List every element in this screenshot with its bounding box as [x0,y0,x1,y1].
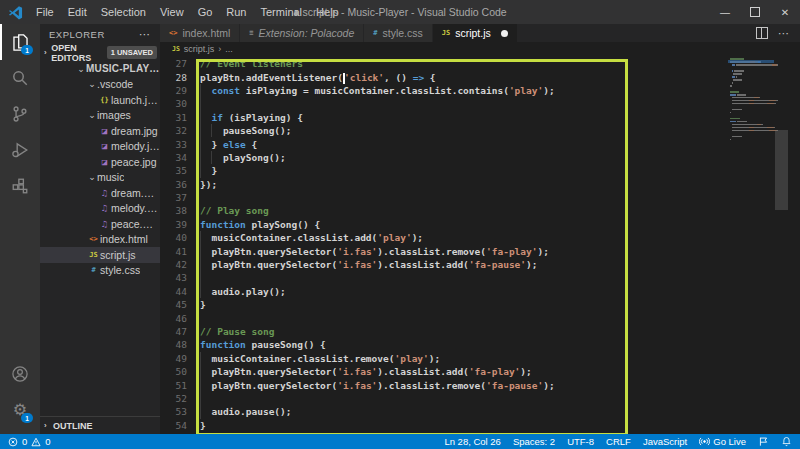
code-line-36[interactable]: 36}); [160,178,800,191]
code-token: playBtn.querySelector( [200,380,337,391]
css-file-icon: # [87,266,100,274]
minimap-line [730,91,772,93]
tree-item-script-js[interactable]: JSscript.js [40,247,160,263]
code-line-41[interactable]: 41 playBtn.querySelector('i.fas').classL… [160,244,800,257]
code-line-38[interactable]: 38// Play song [160,204,800,217]
activitybar-run-debug-button[interactable] [0,132,40,168]
feedback-button[interactable] [758,436,769,447]
code-line-27[interactable]: 27// Event listeners [160,57,800,70]
minimap[interactable] [730,58,772,142]
menu-view[interactable]: View [153,0,191,24]
tree-item-music[interactable]: ⌄music [40,170,160,186]
tree-item-style-css[interactable]: #style.css [40,263,160,279]
close-button[interactable]: ✕ [770,0,800,24]
breadcrumb[interactable]: JS script.js › ... [160,42,800,55]
code-line-54[interactable]: 54} [160,419,800,432]
activitybar-source-control-button[interactable] [0,96,40,132]
code-line-28[interactable]: 28playBtn.addEventListener('click', () =… [160,70,800,83]
tree-item-melody-mp3[interactable]: ♫melody.mp3 [40,201,160,217]
tab-extension-polacode[interactable]: ≡Extension: Polacode [240,24,364,42]
tree-item-index-html[interactable]: <>index.html [40,232,160,248]
code-line-43[interactable]: 43 [160,271,800,284]
tab-label: script.js [455,27,491,39]
error-icon [8,437,18,447]
open-editors-section[interactable]: › OPEN EDITORS 1 UNSAVED [40,44,160,61]
go-live-button[interactable]: Go Live [699,436,746,447]
menu-edit[interactable]: Edit [61,0,94,24]
code-line-35[interactable]: 35 } [160,164,800,177]
code-line-48[interactable]: 48function pauseSong() { [160,338,800,351]
code-token: , () [384,72,413,83]
code-line-53[interactable]: 53 audio.pause(); [160,405,800,418]
tree-item-launch-json[interactable]: {}launch.json [40,92,160,108]
code-line-33[interactable]: 33 } else { [160,137,800,150]
code-line-text: }); [200,178,217,191]
search-icon [11,69,29,87]
code-token: isPlaying = musicContainer.classList.con… [240,85,509,96]
html-file-icon: <> [169,29,177,37]
status-crlf[interactable]: CRLF [606,436,631,447]
code-line-40[interactable]: 40 musicContainer.classList.add('play'); [160,231,800,244]
tree-item-melody-jpg[interactable]: ◪melody.jpg [40,139,160,155]
outline-section[interactable]: › OUTLINE [40,416,160,434]
tree-item-peace-jpg[interactable]: ◪peace.jpg [40,154,160,170]
split-editor-icon[interactable] [756,27,768,39]
activitybar-extensions-button[interactable] [0,168,40,204]
tree-item-peace-mp3[interactable]: ♫peace.mp3 [40,216,160,232]
code-line-text: pauseSong(); [200,124,292,137]
status-utf-8[interactable]: UTF-8 [567,436,594,447]
code-editor[interactable]: 27// Event listeners28playBtn.addEventLi… [160,55,800,434]
breadcrumb-file[interactable]: script.js [184,44,215,54]
tab-script-js[interactable]: JSscript.js [433,24,518,42]
code-line-31[interactable]: 31 if (isPlaying) { [160,111,800,124]
menu-selection[interactable]: Selection [94,0,153,24]
tree-item-dream-mp3[interactable]: ♫dream.mp3 [40,185,160,201]
status-ln[interactable]: Ln 28, Col 26 [444,436,501,447]
tree-item-music-player[interactable]: ⌄MUSIC-PLAYER [40,61,160,77]
menu-run[interactable]: Run [219,0,253,24]
notifications-button[interactable] [781,436,792,447]
code-line-39[interactable]: 39function playSong() { [160,218,800,231]
minimap-token [761,124,763,126]
code-line-47[interactable]: 47// Pause song [160,325,800,338]
code-line-50[interactable]: 50 playBtn.querySelector('i.fas').classL… [160,365,800,378]
menu-go[interactable]: Go [191,0,220,24]
code-line-51[interactable]: 51 playBtn.querySelector('i.fas').classL… [160,378,800,391]
menu-file[interactable]: File [29,0,61,24]
activitybar-account-button[interactable] [0,356,40,392]
code-line-29[interactable]: 29 const isPlaying = musicContainer.clas… [160,84,800,97]
tab-index-html[interactable]: <>index.html [160,24,240,42]
code-token: pauseSong() { [246,339,326,350]
code-line-30[interactable]: 30 [160,97,800,110]
problems-indicator[interactable]: 0 0 [8,436,51,447]
status-spaces[interactable]: Spaces: 2 [513,436,555,447]
tree-item--vscode[interactable]: ⌄.vscode [40,77,160,93]
tab-bar: <>index.html≡Extension: Polacode#style.c… [160,24,800,42]
code-line-32[interactable]: 32 pauseSong(); [160,124,800,137]
explorer-more-actions-button[interactable]: ⋯ [139,28,151,41]
vertical-scrollbar[interactable] [775,130,788,210]
activitybar-search-button[interactable] [0,60,40,96]
tree-item-images[interactable]: ⌄images [40,108,160,124]
tab-style-css[interactable]: #style.css [364,24,432,42]
code-line-46[interactable]: 46 [160,311,800,324]
code-line-49[interactable]: 49 musicContainer.classList.remove('play… [160,352,800,365]
minimize-button[interactable]: — [710,0,740,24]
breadcrumb-tail[interactable]: ... [225,44,233,54]
code-line-34[interactable]: 34 playSong(); [160,151,800,164]
unsaved-dot-icon[interactable] [501,30,508,37]
tree-item-dream-jpg[interactable]: ◪dream.jpg [40,123,160,139]
activitybar-settings-button[interactable]: ⚙1 [0,392,40,428]
maximize-button[interactable] [740,0,770,24]
code-line-45[interactable]: 45} [160,298,800,311]
code-line-44[interactable]: 44 audio.play(); [160,285,800,298]
js-file-icon: JS [172,45,180,53]
code-line-37[interactable]: 37 [160,191,800,204]
code-line-42[interactable]: 42 playBtn.querySelector('i.fas').classL… [160,258,800,271]
code-line-52[interactable]: 52 [160,392,800,405]
minimap-line [730,67,772,69]
indent-guide [200,285,201,298]
editor-more-actions-button[interactable]: ⋯ [778,27,790,40]
status-javascript[interactable]: JavaScript [643,436,687,447]
activitybar-explorer-button[interactable]: 1 [0,24,40,60]
